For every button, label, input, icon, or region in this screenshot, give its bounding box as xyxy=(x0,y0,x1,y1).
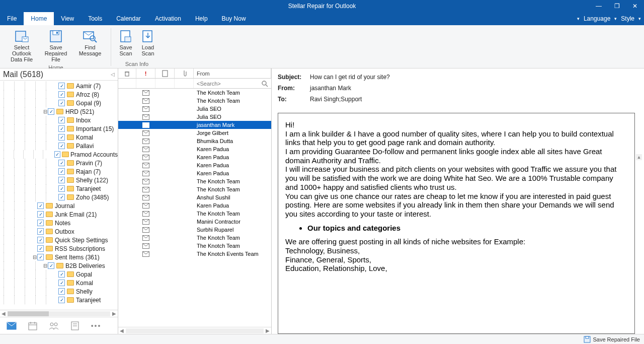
load-scan-icon xyxy=(140,29,156,43)
ribbon-button-label: Find Message xyxy=(79,44,102,56)
tab-calendar[interactable]: Calendar xyxy=(109,12,148,25)
app-title: Stellar Repair for Outlook xyxy=(288,3,356,10)
tab-buynow[interactable]: Buy Now xyxy=(215,12,253,25)
select-outlook-data-file-button[interactable]: Select Outlook Data File xyxy=(5,28,38,63)
tab-home[interactable]: Home xyxy=(24,12,54,25)
tab-file[interactable]: File xyxy=(0,12,24,25)
title-bar: Stellar Repair for Outlook — ❐ ✕ xyxy=(0,0,644,12)
tab-help[interactable]: Help xyxy=(188,12,215,25)
tab-activation[interactable]: Activation xyxy=(148,12,188,25)
svg-rect-3 xyxy=(53,31,59,35)
style-dropdown[interactable]: Style xyxy=(619,15,636,22)
svg-rect-9 xyxy=(125,37,131,42)
svg-rect-10 xyxy=(143,31,152,42)
chevron-down-icon: ▾ xyxy=(614,16,617,21)
save-repaired-file-button[interactable]: Save Repaired File xyxy=(39,28,72,63)
language-dropdown[interactable]: Language xyxy=(582,15,612,22)
file-icon xyxy=(14,29,30,43)
ribbon-button-label: Select Outlook Data File xyxy=(7,44,36,62)
find-icon xyxy=(82,29,98,43)
load-scan-button[interactable]: Load Scan xyxy=(137,28,158,57)
svg-line-7 xyxy=(95,40,97,42)
chevron-down-icon: ▾ xyxy=(638,16,641,21)
save-icon xyxy=(48,29,64,43)
svg-rect-4 xyxy=(56,32,58,34)
ribbon-button-label: Save Scan xyxy=(119,44,132,56)
save-scan-button[interactable]: Save Scan xyxy=(115,28,136,57)
ribbon: Select Outlook Data File Save Repaired F… xyxy=(0,25,644,68)
chevron-down-icon: ▾ xyxy=(577,16,580,21)
close-button[interactable]: ✕ xyxy=(626,0,644,12)
find-message-button[interactable]: Find Message xyxy=(73,28,107,57)
tab-view[interactable]: View xyxy=(54,12,81,25)
ribbon-button-label: Save Repaired File xyxy=(41,44,70,62)
menu-bar: File Home View Tools Calendar Activation… xyxy=(0,12,644,25)
ribbon-button-label: Load Scan xyxy=(141,44,154,56)
maximize-button[interactable]: ❐ xyxy=(608,0,626,12)
tab-tools[interactable]: Tools xyxy=(81,12,109,25)
ribbon-group-caption: Home xyxy=(48,63,63,68)
minimize-button[interactable]: — xyxy=(590,0,608,12)
save-scan-icon xyxy=(118,29,134,43)
ribbon-group-caption: Scan Info xyxy=(125,60,148,68)
